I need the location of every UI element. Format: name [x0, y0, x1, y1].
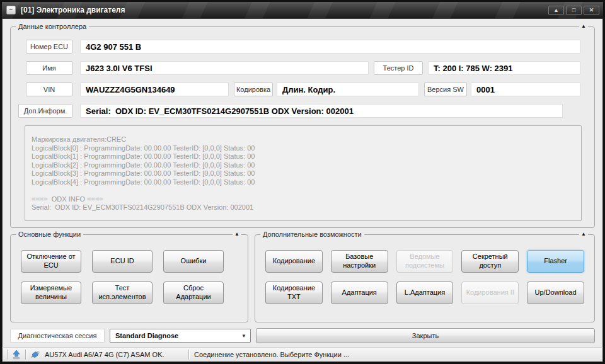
controller-data-group-label: Данные контроллера — [16, 23, 89, 30]
tester-id-label: Тестер ID — [374, 61, 423, 75]
info-line: Serial: ODX ID: EV_ECM30TFS0214G2907551B… — [32, 203, 575, 212]
window-title: [01] Электроника двигателя — [21, 6, 125, 14]
info-line: LogicalBlock[2] : ProgrammingDate: 00.00… — [32, 161, 575, 170]
name-label: Имя — [26, 61, 72, 75]
session-row: Диагностическая сессия Standard Diagnose… — [10, 328, 595, 343]
security-access-button[interactable]: Секретный доступ — [461, 250, 519, 273]
name-row: Имя J623 3.0l V6 TFSI Тестер ID T: 200 I… — [26, 61, 580, 75]
function-groups-row: Основные функции ▲ Отключение от ECU ECU… — [10, 234, 595, 322]
coding-2-button: Кодирования II — [461, 282, 519, 304]
rollup-button[interactable]: ▲ — [548, 6, 564, 15]
basic-buttons-grid: Отключение от ECU ECU ID Ошибки Измеряем… — [21, 250, 238, 304]
vin-row: VIN WAUZZZ4G5GN134649 Кодировка Длин. Ко… — [26, 82, 580, 96]
client-area: Данные контроллера ▲ Номер ECU 4G2 907 5… — [2, 18, 603, 347]
flasher-button[interactable]: Flasher — [527, 250, 584, 273]
diagnostic-session-label: Диагностическая сессия — [10, 329, 105, 343]
chevron-down-icon: ▼ — [238, 333, 250, 339]
collapse-basic-functions-icon[interactable]: ▲ — [233, 231, 241, 237]
adaptation-button[interactable]: Адаптация — [331, 282, 388, 304]
ecu-number-value: 4G2 907 551 B — [80, 40, 580, 54]
close-button[interactable]: ✕ — [584, 6, 599, 15]
app-window: − [01] Электроника двигателя ▲ □ ✕ Данны… — [0, 0, 605, 364]
diagnostic-session-select[interactable]: Standard Diagnose ▼ — [110, 329, 251, 343]
collapse-controller-data-icon[interactable]: ▲ — [579, 23, 588, 30]
reset-adaptation-button[interactable]: Сброс Адартации — [163, 282, 224, 304]
statusbar-device-text: AU57X Audi A6/A7 4G (C7) ASAM OK. — [45, 351, 164, 358]
coding-value: Длин. Кодир. — [277, 82, 419, 96]
maximize-icon: □ — [572, 7, 575, 13]
coding-button[interactable]: Кодирование — [265, 250, 323, 273]
info-line: Маркировка двигателя:CREC — [32, 135, 575, 144]
basic-functions-group-label: Основные функции — [16, 230, 83, 238]
vin-label: VIN — [26, 82, 72, 96]
tester-id-value: T: 200 I: 785 W: 2391 — [428, 61, 580, 75]
basic-functions-group: Основные функции ▲ Отключение от ECU ECU… — [10, 234, 248, 322]
additional-functions-group-label: Дополнительные возможности — [260, 230, 364, 238]
close-icon: ✕ — [589, 7, 594, 13]
controller-data-group: Данные контроллера ▲ Номер ECU 4G2 907 5… — [10, 26, 595, 228]
maximize-button[interactable]: □ — [566, 6, 582, 15]
window-controls: ▲ □ ✕ — [548, 6, 599, 15]
disconnect-ecu-button[interactable]: Отключение от ECU — [21, 250, 81, 273]
statusbar-device: AU57X Audi A6/A7 4G (C7) ASAM OK. — [26, 350, 188, 360]
faults-button[interactable]: Ошибки — [163, 250, 224, 273]
info-line — [32, 186, 575, 195]
l-adaptation-button[interactable]: L.Адаптация — [396, 282, 454, 304]
info-line: LogicalBlock[4] : ProgrammingDate: 00.00… — [32, 178, 575, 187]
name-value: J623 3.0l V6 TFSI — [80, 61, 369, 75]
additional-functions-group: Дополнительные возможности ▲ Кодирование… — [255, 234, 595, 322]
info-line: LogicalBlock[0] : ProgrammingDate: 00.00… — [32, 144, 575, 153]
output-test-button[interactable]: Тест исп.элементов — [92, 282, 153, 304]
vin-value: WAUZZZ4G5GN134649 — [80, 82, 229, 96]
extra-info-label: Доп.Информ. — [18, 104, 72, 118]
extra-info-row: Доп.Информ. Serial: ODX ID: EV_ECM30TFS0… — [18, 104, 580, 118]
flash-info-panel: Маркировка двигателя:CREC LogicalBlock[0… — [25, 125, 582, 221]
info-line: LogicalBlock[3] : ProgrammingDate: 00.00… — [32, 169, 575, 178]
minus-icon: − — [9, 7, 13, 13]
extra-info-value: Serial: ODX ID: EV_ECM30TFS0214G2907551B… — [80, 104, 563, 118]
triangle-up-icon: ▲ — [553, 7, 559, 13]
info-line: ==== ODX INFO ==== — [32, 195, 575, 204]
ecu-number-row: Номер ECU 4G2 907 551 B — [26, 40, 580, 54]
slave-subsystems-button: Ведомые подсистемы — [396, 250, 454, 273]
info-line: LogicalBlock[1] : ProgrammingDate: 00.00… — [32, 152, 575, 161]
diagnostic-session-value: Standard Diagnose — [115, 332, 178, 339]
up-download-button[interactable]: Up/Download — [527, 282, 584, 304]
status-bar: AU57X Audi A6/A7 4G (C7) ASAM OK. Соедин… — [2, 347, 603, 362]
statusbar-status-text: Соединение установлено. Выберите Функции… — [189, 351, 349, 358]
ecu-id-button[interactable]: ECU ID — [92, 250, 153, 273]
connector-plug-icon — [26, 350, 45, 360]
basic-settings-button[interactable]: Базовые настройки — [331, 250, 388, 273]
coding-txt-button[interactable]: Кодирование TXT — [265, 282, 323, 304]
collapse-additional-functions-icon[interactable]: ▲ — [579, 231, 588, 237]
upload-eject-icon[interactable] — [8, 350, 25, 360]
system-menu-button[interactable]: − — [6, 6, 16, 14]
measured-values-button[interactable]: Измеряемые величины — [21, 282, 81, 304]
sw-version-label: Версия SW — [424, 82, 467, 96]
close-dialog-button[interactable]: Закрыть — [256, 328, 595, 343]
ecu-number-label: Номер ECU — [26, 40, 72, 54]
coding-label: Кодировка — [234, 82, 273, 96]
additional-buttons-grid: Кодирование Базовые настройки Ведомые по… — [265, 250, 584, 304]
sw-version-value: 0001 — [471, 82, 580, 96]
titlebar: − [01] Электроника двигателя ▲ □ ✕ — [2, 2, 603, 18]
